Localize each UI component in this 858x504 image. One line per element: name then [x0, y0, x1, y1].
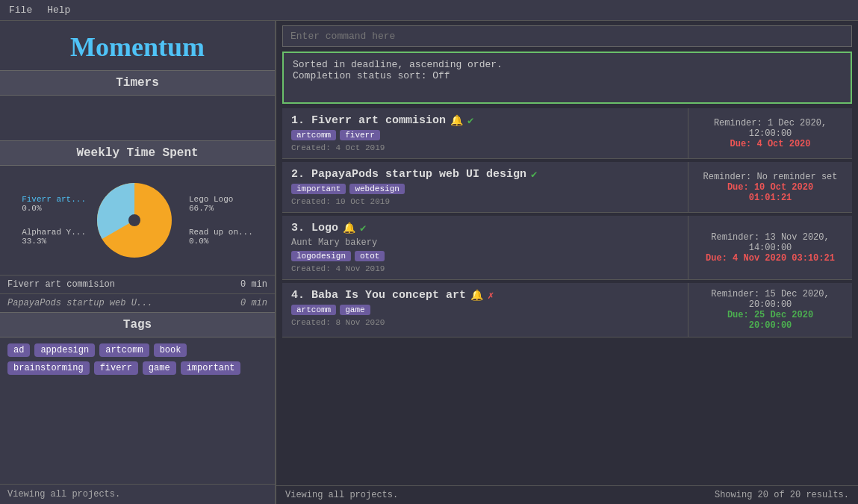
task-3-subtitle: Aunt Mary bakery — [291, 237, 679, 248]
task-main-1: 1. Fiverr art commision 🔔 ✔ artcomm five… — [282, 108, 688, 158]
task-4-reminder: Reminder: 15 Dec 2020, 20:00:00 Due: 25 … — [688, 283, 852, 337]
task-main-2: 2. PapayaPods startup web UI design ✔ im… — [282, 162, 688, 212]
time-row-1-name: Fiverr art commision — [0, 276, 218, 294]
task-item-4: 4. Baba Is You concept art 🔔 ✗ artcomm g… — [282, 283, 852, 337]
task-4-tags: artcomm game — [291, 305, 679, 315]
pie-label-read: Read up on...0.0% — [189, 228, 253, 246]
content-area: Sorted in deadline, ascending order. Com… — [276, 21, 858, 504]
task-3-reminder-text: Reminder: 13 Nov 2020, 14:00:00 — [697, 232, 843, 253]
pie-labels-left: Fiverr art...0.0% Alpharad Y...33.3% — [22, 195, 86, 246]
content-footer: Viewing all projects. Showing 20 of 20 r… — [276, 485, 858, 504]
task-2-tags: important webdesign — [291, 184, 679, 194]
task-1-tag-fiverr[interactable]: fiverr — [340, 130, 380, 140]
sort-info-line2: Completion status sort: Off — [293, 70, 842, 81]
command-bar — [276, 21, 858, 52]
tag-brainstorming[interactable]: brainstorming — [7, 361, 90, 375]
main-layout: Momentum Timers Weekly Time Spent Fiverr… — [0, 21, 858, 504]
task-4-due-time: 20:00:00 — [749, 320, 792, 331]
task-1-title: 1. Fiverr art commision — [291, 114, 446, 127]
task-title-row-2: 2. PapayaPods startup web UI design ✔ — [291, 168, 679, 181]
task-3-due: Due: 4 Nov 2020 03:10:21 — [706, 253, 835, 264]
cross-icon-4: ✗ — [488, 289, 494, 302]
check-icon-3: ✔ — [360, 222, 366, 234]
sidebar: Momentum Timers Weekly Time Spent Fiverr… — [0, 21, 276, 504]
time-row-2-name: PapayaPods startup web U... — [0, 294, 218, 313]
task-title-row-3: 3. Logo 🔔 ✔ — [291, 222, 679, 234]
task-title-row-1: 1. Fiverr art commision 🔔 ✔ — [291, 114, 679, 127]
sort-info-line1: Sorted in deadline, ascending order. — [293, 59, 842, 70]
task-1-tags: artcomm fiverr — [291, 130, 679, 140]
task-2-reminder: Reminder: No reminder set Due: 10 Oct 20… — [688, 162, 852, 212]
tag-artcomm[interactable]: artcomm — [99, 343, 149, 357]
task-1-reminder-text: Reminder: 1 Dec 2020, 12:00:00 — [697, 118, 843, 139]
task-item-1: 1. Fiverr art commision 🔔 ✔ artcomm five… — [282, 108, 852, 159]
task-1-reminder: Reminder: 1 Dec 2020, 12:00:00 Due: 4 Oc… — [688, 108, 852, 158]
task-4-due: Due: 25 Dec 2020 — [727, 310, 813, 320]
task-3-title: 3. Logo — [291, 222, 338, 234]
bell-icon-1: 🔔 — [450, 114, 463, 127]
tag-book[interactable]: book — [154, 343, 187, 357]
weekly-section-title: Weekly Time Spent — [0, 140, 275, 166]
sort-info-box: Sorted in deadline, ascending order. Com… — [282, 52, 852, 104]
task-2-reminder-text: Reminder: No reminder set — [703, 172, 837, 182]
weekly-content: Fiverr art...0.0% Alpharad Y...33.3% — [0, 166, 275, 312]
task-4-reminder-text: Reminder: 15 Dec 2020, 20:00:00 — [697, 289, 843, 310]
task-2-title: 2. PapayaPods startup web UI design — [291, 168, 526, 181]
task-2-tag-important[interactable]: important — [291, 184, 346, 194]
sidebar-footer: Viewing all projects. — [0, 484, 275, 504]
task-3-tag-logodesign[interactable]: logodesign — [291, 251, 351, 261]
time-table: Fiverr art commision 0 min PapayaPods st… — [0, 275, 275, 312]
task-list: 1. Fiverr art commision 🔔 ✔ artcomm five… — [276, 108, 858, 485]
task-4-tag-artcomm[interactable]: artcomm — [291, 305, 336, 315]
task-3-tags: logodesign otot — [291, 251, 679, 261]
task-4-created: Created: 8 Nov 2020 — [291, 318, 679, 327]
footer-left: Viewing all projects. — [285, 490, 398, 500]
task-1-due: Due: 4 Oct 2020 — [730, 139, 810, 149]
footer-right: Showing 20 of 20 results. — [715, 490, 849, 500]
task-2-due: Due: 10 Oct 2020 — [727, 182, 813, 193]
task-1-created: Created: 4 Oct 2019 — [291, 143, 679, 152]
tags-list: ad appdesign artcomm book brainstorming … — [0, 337, 275, 381]
bell-icon-4: 🔔 — [470, 289, 483, 302]
pie-center — [128, 214, 140, 226]
timers-content — [0, 96, 275, 140]
menu-file[interactable]: File — [9, 4, 32, 16]
task-2-tag-webdesign[interactable]: webdesign — [349, 184, 404, 194]
tag-important[interactable]: important — [181, 361, 241, 375]
tag-appdesign[interactable]: appdesign — [34, 343, 95, 357]
task-title-row-4: 4. Baba Is You concept art 🔔 ✗ — [291, 289, 679, 302]
task-4-title: 4. Baba Is You concept art — [291, 289, 466, 302]
pie-chart — [86, 172, 183, 269]
time-row-1: Fiverr art commision 0 min — [0, 276, 275, 294]
check-icon-1: ✔ — [467, 114, 473, 127]
menubar: File Help — [0, 0, 858, 21]
task-item-3: 3. Logo 🔔 ✔ Aunt Mary bakery logodesign … — [282, 216, 852, 280]
time-row-1-time: 0 min — [218, 276, 275, 294]
tag-fiverr[interactable]: fiverr — [94, 361, 138, 375]
pie-label-fiverr: Fiverr art...0.0% — [22, 195, 86, 213]
task-3-created: Created: 4 Nov 2019 — [291, 264, 679, 273]
app-title: Momentum — [0, 21, 275, 70]
task-2-created: Created: 10 Oct 2019 — [291, 197, 679, 206]
timers-section-title: Timers — [0, 70, 275, 96]
task-main-4: 4. Baba Is You concept art 🔔 ✗ artcomm g… — [282, 283, 688, 337]
task-4-tag-game[interactable]: game — [340, 305, 370, 315]
tag-game[interactable]: game — [143, 361, 176, 375]
task-item-2: 2. PapayaPods startup web UI design ✔ im… — [282, 162, 852, 213]
time-row-2-time: 0 min — [218, 294, 275, 313]
menu-help[interactable]: Help — [47, 4, 70, 16]
tags-section-title: Tags — [0, 312, 275, 337]
tags-content: ad appdesign artcomm book brainstorming … — [0, 337, 275, 484]
command-input[interactable] — [282, 25, 852, 47]
bell-icon-3: 🔔 — [343, 222, 355, 234]
check-icon-2: ✔ — [531, 168, 537, 181]
task-3-tag-otot[interactable]: otot — [355, 251, 385, 261]
time-row-2: PapayaPods startup web U... 0 min — [0, 294, 275, 313]
tag-ad[interactable]: ad — [7, 343, 30, 357]
task-1-tag-artcomm[interactable]: artcomm — [291, 130, 336, 140]
task-2-due-time: 01:01:21 — [749, 193, 792, 203]
task-main-3: 3. Logo 🔔 ✔ Aunt Mary bakery logodesign … — [282, 216, 688, 279]
pie-label-alpharad: Alpharad Y...33.3% — [22, 228, 86, 246]
task-3-reminder: Reminder: 13 Nov 2020, 14:00:00 Due: 4 N… — [688, 216, 852, 279]
pie-label-lego: Lego Logo66.7% — [189, 195, 253, 213]
